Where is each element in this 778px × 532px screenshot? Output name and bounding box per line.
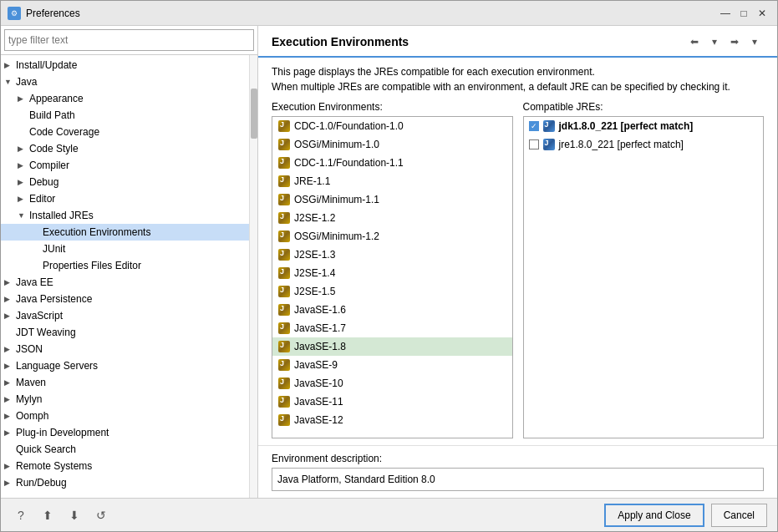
env-section: Execution Environments: CDC-1.0/Foundati… (272, 101, 513, 438)
window-title: Preferences (26, 8, 712, 19)
sidebar-item-language-servers[interactable]: ▶Language Servers (1, 357, 249, 374)
env-item-label: J2SE-1.3 (294, 249, 335, 261)
jre-icon (542, 119, 556, 133)
env-item-label: OSGi/Minimum-1.0 (294, 139, 379, 150)
env-list-item[interactable]: JavaSE-10 (272, 374, 512, 393)
sidebar-item-remote-systems[interactable]: ▶Remote Systems (1, 458, 249, 474)
search-input[interactable] (4, 29, 254, 51)
tree-arrow-debug: ▶ (18, 178, 26, 186)
env-list-item[interactable]: J2SE-1.3 (272, 246, 512, 264)
sidebar-item-installed-jres[interactable]: ▼Installed JREs (1, 207, 249, 224)
tree-arrow-compiler: ▶ (18, 161, 26, 170)
page-title: Execution Environments (272, 35, 409, 48)
sidebar-item-install-update[interactable]: ▶Install/Update (1, 57, 249, 73)
back-dropdown-button[interactable]: ▾ (705, 33, 724, 51)
sidebar-item-editor[interactable]: ▶Editor (1, 190, 249, 207)
sidebar-item-label-java-persistence: Java Persistence (16, 293, 92, 305)
sidebar-item-mylyn[interactable]: ▶Mylyn (1, 391, 249, 408)
sidebar-item-build-path[interactable]: Build Path (1, 107, 249, 124)
sidebar-item-label-editor: Editor (29, 193, 55, 205)
restore-icon-button[interactable]: ↺ (91, 505, 111, 525)
back-button[interactable]: ⬅ (685, 33, 704, 51)
sidebar-item-java[interactable]: ▼Java (1, 73, 249, 90)
env-list-item[interactable]: JavaSE-11 (272, 393, 512, 411)
scroll-thumb (251, 89, 257, 139)
sidebar-item-label-java: Java (16, 76, 37, 88)
tree-arrow-install-update: ▶ (4, 61, 13, 69)
nav-buttons: ⬅ ▾ ➡ ▾ (685, 33, 764, 51)
env-list-item[interactable]: J2SE-1.2 (272, 209, 512, 227)
jre-checkbox[interactable]: ✓ (529, 121, 539, 131)
env-desc-input[interactable] (272, 468, 764, 491)
jre-list-item[interactable]: jre1.8.0_221 [perfect match] (524, 135, 764, 154)
sidebar-item-label-quick-search: Quick Search (16, 443, 76, 455)
sidebar-item-oomph[interactable]: ▶Oomph (1, 408, 249, 424)
forward-button[interactable]: ➡ (725, 33, 744, 51)
env-item-label: CDC-1.1/Foundation-1.1 (294, 157, 404, 169)
env-list-item[interactable]: OSGi/Minimum-1.2 (272, 227, 512, 246)
close-button[interactable]: ✕ (754, 5, 770, 22)
sidebar-item-javascript[interactable]: ▶JavaScript (1, 307, 249, 324)
env-list-item[interactable]: JavaSE-1.7 (272, 319, 512, 337)
env-list-item[interactable]: JavaSE-1.8 (272, 337, 512, 356)
cancel-button[interactable]: Cancel (711, 504, 767, 527)
sidebar-item-junit[interactable]: JUnit (1, 241, 249, 257)
env-list-item[interactable]: J2SE-1.5 (272, 282, 512, 301)
env-icon (277, 119, 291, 133)
env-icon (277, 413, 291, 427)
env-list-item[interactable]: JavaSE-9 (272, 356, 512, 374)
env-list-item[interactable]: J2SE-1.4 (272, 264, 512, 282)
env-list-item[interactable]: JavaSE-12 (272, 411, 512, 429)
sidebar-item-compiler[interactable]: ▶Compiler (1, 157, 249, 174)
env-list-item[interactable]: JavaSE-1.6 (272, 301, 512, 319)
help-icon-button[interactable]: ? (11, 505, 31, 525)
env-desc-section: Environment description: (258, 445, 777, 498)
sidebar-item-quick-search[interactable]: Quick Search (1, 441, 249, 458)
tree-arrow-java-persistence: ▶ (4, 295, 13, 303)
env-icon (277, 156, 291, 170)
env-list-item[interactable]: JRE-1.1 (272, 172, 512, 190)
minimize-button[interactable]: — (717, 5, 734, 22)
sidebar-item-execution-environments[interactable]: Execution Environments (1, 224, 249, 241)
sidebar-item-jdt-weaving[interactable]: JDT Weaving (1, 324, 249, 341)
env-list-item[interactable]: OSGi/Minimum-1.0 (272, 135, 512, 154)
sidebar-item-label-language-servers: Language Servers (16, 360, 98, 372)
sidebar-item-code-style[interactable]: ▶Code Style (1, 140, 249, 157)
tree-scrollbar[interactable] (249, 55, 257, 498)
env-icon (277, 395, 291, 408)
import-icon-button[interactable]: ⬆ (38, 505, 58, 525)
jre-icon (542, 138, 556, 151)
jre-checkbox[interactable] (529, 139, 539, 149)
apply-close-button[interactable]: Apply and Close (604, 504, 704, 527)
sidebar-item-java-persistence[interactable]: ▶Java Persistence (1, 291, 249, 307)
sidebar-item-maven[interactable]: ▶Maven (1, 374, 249, 391)
sidebar-item-json[interactable]: ▶JSON (1, 341, 249, 357)
sidebar-item-label-java-ee: Java EE (16, 276, 53, 288)
sidebar-item-java-ee[interactable]: ▶Java EE (1, 274, 249, 291)
sidebar-item-plug-in-development[interactable]: ▶Plug-in Development (1, 424, 249, 441)
env-list-item[interactable]: CDC-1.0/Foundation-1.0 (272, 117, 512, 135)
env-list[interactable]: CDC-1.0/Foundation-1.0OSGi/Minimum-1.0CD… (272, 116, 513, 438)
env-item-label: JavaSE-9 (294, 359, 338, 371)
env-list-item[interactable]: OSGi/Minimum-1.1 (272, 190, 512, 209)
tree-arrow-javascript: ▶ (4, 312, 13, 320)
preferences-window: ⚙ Preferences — □ ✕ ▶Install/Update▼Java… (0, 0, 778, 532)
sidebar-item-run-debug[interactable]: ▶Run/Debug (1, 474, 249, 491)
sidebar-item-code-coverage[interactable]: Code Coverage (1, 124, 249, 140)
env-label: Execution Environments: (272, 101, 513, 113)
jre-list-item[interactable]: ✓jdk1.8.0_221 [perfect match] (524, 117, 764, 135)
maximize-button[interactable]: □ (735, 5, 752, 22)
sidebar-item-label-json: JSON (16, 343, 43, 355)
tree-arrow-maven: ▶ (4, 378, 13, 387)
description-text: This page displays the JREs compatible f… (258, 58, 777, 101)
jre-item-label: jdk1.8.0_221 [perfect match] (559, 120, 694, 132)
sidebar-item-properties-files-editor[interactable]: Properties Files Editor (1, 257, 249, 274)
jre-list[interactable]: ✓jdk1.8.0_221 [perfect match]jre1.8.0_22… (523, 116, 765, 438)
env-icon (277, 175, 291, 188)
window-icon: ⚙ (8, 7, 21, 20)
sidebar-item-appearance[interactable]: ▶Appearance (1, 90, 249, 107)
export-icon-button[interactable]: ⬇ (64, 505, 84, 525)
forward-dropdown-button[interactable]: ▾ (745, 33, 764, 51)
env-list-item[interactable]: CDC-1.1/Foundation-1.1 (272, 154, 512, 172)
sidebar-item-debug[interactable]: ▶Debug (1, 174, 249, 190)
